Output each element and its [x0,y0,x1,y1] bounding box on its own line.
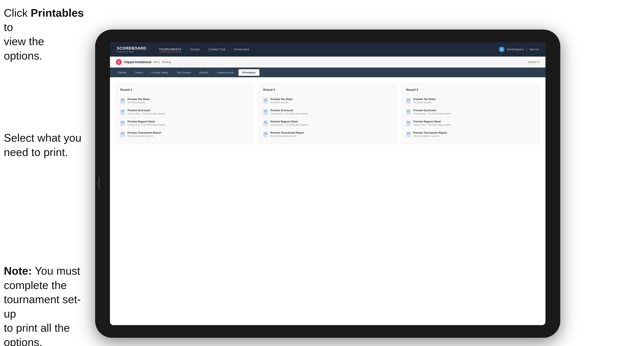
round1-tournament-report-item[interactable]: Preview Tournament Report Round Completi… [120,129,249,140]
tournament-logo-icon: C [116,59,122,65]
round1-raguzzi-subtitle: Course setup + Tee Sheet data required [128,124,165,126]
round2-raguzzi-title: Preview Raguzzi Sheet [270,120,308,123]
round3-scorecard-item[interactable]: Preview Scorecard Course setup + Tee She… [406,106,535,118]
nav-rankings[interactable]: RANKINGS [234,47,249,52]
round3-tee-sheet-title: Preview Tee Sheet [413,98,436,101]
round1-raguzzi-item[interactable]: Preview Raguzzi Sheet Course setup + Tee… [120,118,249,129]
header-right: B blair@clippd.io | Sign out [499,47,539,52]
round-1-column: Round 1 Preview Tee Sheet Tee Sheet requ… [116,84,254,144]
round2-tournament-report-subtitle: Round Completion required [270,135,304,137]
cancel-icon: ✕ [537,60,540,64]
round3-scorecard-text: Preview Scorecard Course setup + Tee She… [413,109,451,115]
tee-sheet-icon-r1 [120,98,125,104]
round3-tee-sheet-text: Preview Tee Sheet Tee Sheet required [413,98,436,104]
round1-scorecard-text: Preview Scorecard Course setup + Tee She… [128,109,165,115]
tournament-report-icon-r3 [406,132,411,137]
tab-bar: Details Teams Course Setup Tee Groups Re… [110,68,546,77]
tablet-side-button [98,177,100,190]
round1-tee-sheet-text: Preview Tee Sheet Tee Sheet required [128,98,150,104]
round1-tee-sheet-title: Preview Tee Sheet [128,98,150,101]
round1-tee-sheet-item[interactable]: Preview Tee Sheet Tee Sheet required [120,95,249,106]
round2-tournament-report-text: Preview Tournament Report Round Completi… [270,131,304,137]
tab-printables[interactable]: Printables [238,69,260,76]
round2-tee-sheet-title: Preview Tee Sheet [270,98,292,101]
tee-sheet-icon-r3 [406,98,411,104]
round2-raguzzi-text: Preview Raguzzi Sheet Course setup + Tee… [270,120,308,126]
round3-tee-sheet-subtitle: Tee Sheet required [413,101,436,104]
round1-tournament-report-title: Preview Tournament Report [128,131,161,134]
round3-tournament-report-text: Preview Tournament Report Round Completi… [413,131,447,137]
raguzzi-icon-r1 [120,121,125,126]
instruction-middle: Select what youneed to print. [4,131,82,159]
round3-raguzzi-subtitle: Course setup + Tee Sheet data required [413,124,451,126]
instruction-top: Click Printables toview the options. [4,6,84,63]
round2-scorecard-title: Preview Scorecard [270,109,308,112]
tablet-frame: SCOREBOARD Powered by clippd TOURNAMENTS… [95,29,560,338]
tab-results[interactable]: Results [196,69,212,76]
round3-tournament-report-item[interactable]: Preview Tournament Report Round Completi… [406,129,535,140]
main-content: Round 1 Preview Tee Sheet Tee Sheet requ… [110,77,546,151]
round-2-title: Round 2 [263,88,392,91]
round2-tournament-report-item[interactable]: Preview Tournament Report Round Completi… [263,129,392,140]
raguzzi-icon-r2 [263,121,268,126]
logo-title: SCOREBOARD [117,46,146,51]
round2-tee-sheet-text: Preview Tee Sheet Tee Sheet required [270,98,292,104]
round3-tournament-report-title: Preview Tournament Report [413,131,447,134]
scorecard-icon-r3 [406,109,411,115]
tab-tee-groups[interactable]: Tee Groups [173,69,195,76]
round1-scorecard-item[interactable]: Preview Scorecard Course setup + Tee She… [120,106,249,118]
sign-out-link[interactable]: Sign out [530,48,539,51]
tournament-name: Clippd Invitational [124,60,152,64]
round2-scorecard-text: Preview Scorecard Course setup + Tee She… [270,109,308,115]
round1-tournament-report-subtitle: Round Completion required [128,135,161,137]
round3-scorecard-title: Preview Scorecard [413,109,451,112]
scorecard-icon-r1 [120,109,125,115]
cancel-button[interactable]: Cancel ✕ [528,60,540,64]
round1-scorecard-subtitle: Course setup + Tee Sheet data required [128,113,165,115]
printables-bold: Printables [31,7,84,19]
tablet-screen: SCOREBOARD Powered by clippd TOURNAMENTS… [110,42,546,325]
round2-raguzzi-subtitle: Course setup + Tee Sheet data required [270,124,308,126]
user-avatar: B [499,47,504,52]
round2-tee-sheet-item[interactable]: Preview Tee Sheet Tee Sheet required [263,95,392,106]
note-bold: Note: [4,265,32,277]
round2-tee-sheet-subtitle: Tee Sheet required [270,101,292,104]
app-header: SCOREBOARD Powered by clippd TOURNAMENTS… [110,42,546,57]
scorecard-icon-r2 [263,109,268,115]
round3-raguzzi-title: Preview Raguzzi Sheet [413,120,451,123]
tournament-bar: C Clippd Invitational (Men) Hosting Canc… [110,57,546,68]
round-1-title: Round 1 [120,88,249,91]
round3-raguzzi-item[interactable]: Preview Raguzzi Sheet Course setup + Tee… [406,118,535,129]
tab-details[interactable]: Details [114,69,130,76]
round1-raguzzi-text: Preview Raguzzi Sheet Course setup + Tee… [128,120,165,126]
nav-committee[interactable]: COMMITTEE [208,47,226,52]
round1-scorecard-title: Preview Scorecard [128,109,165,112]
round2-scorecard-item[interactable]: Preview Scorecard Course setup + Tee She… [263,106,392,118]
round1-tournament-report-text: Preview Tournament Report Round Completi… [128,131,161,137]
tee-sheet-icon-r2 [263,98,268,104]
tournament-tag: (Men) [153,61,160,64]
nav-tournaments[interactable]: TOURNAMENTS [159,47,182,52]
round3-scorecard-subtitle: Course setup + Tee Sheet data required [413,113,451,115]
round3-tournament-report-subtitle: Round Completion required [413,135,447,137]
round-3-column: Round 3 Preview Tee Sheet Tee Sheet requ… [402,84,540,144]
logo-subtitle: Powered by clippd [117,51,146,53]
user-email: blair@clippd.io [507,48,524,51]
tournament-report-icon-r2 [263,132,268,137]
round2-tournament-report-title: Preview Tournament Report [270,131,304,134]
nav-teams[interactable]: TEAMS [190,47,200,52]
round3-tee-sheet-item[interactable]: Preview Tee Sheet Tee Sheet required [406,95,535,106]
round1-raguzzi-title: Preview Raguzzi Sheet [128,120,165,123]
tab-teams[interactable]: Teams [131,69,147,76]
rounds-container: Round 1 Preview Tee Sheet Tee Sheet requ… [116,84,540,144]
raguzzi-icon-r3 [406,121,411,126]
scoreboard-logo: SCOREBOARD Powered by clippd [117,46,146,53]
round2-raguzzi-item[interactable]: Preview Raguzzi Sheet Course setup + Tee… [263,118,392,129]
round2-scorecard-subtitle: Course setup + Tee Sheet data required [270,113,308,115]
round3-raguzzi-text: Preview Raguzzi Sheet Course setup + Tee… [413,120,451,126]
instruction-bottom: Note: You mustcomplete thetournament set… [4,264,92,346]
tab-leaderboards[interactable]: Leaderboards [213,69,238,76]
tab-course-setup[interactable]: Course Setup [148,69,172,76]
round-2-column: Round 2 Preview Tee Sheet Tee Sheet requ… [259,84,397,144]
round1-tee-sheet-subtitle: Tee Sheet required [128,101,150,104]
